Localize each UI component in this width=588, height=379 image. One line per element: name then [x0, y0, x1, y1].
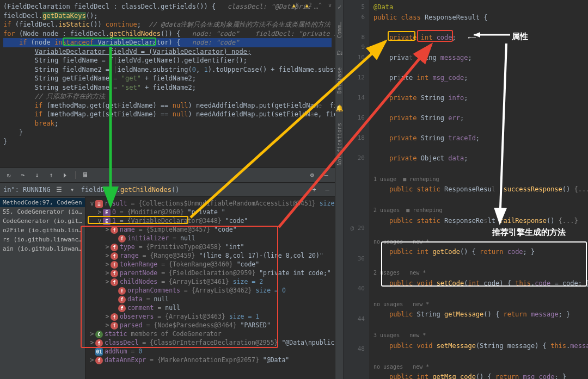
- evaluate-expression-input[interactable]: fieldDecl.getChildNodes(): [81, 186, 305, 194]
- usage-hint[interactable]: 2 usages new *: [373, 268, 588, 278]
- code-line[interactable]: for (Node node : fieldDecl.getChildNodes…: [3, 29, 332, 39]
- stack-frame[interactable]: ain (io.github.linwancen.di: [0, 244, 85, 253]
- stack-frame[interactable]: o2File (io.github.linwancen.di: [0, 226, 85, 235]
- variable-node[interactable]: vE1 = {VariableDeclarator@3448} "code": [89, 216, 332, 225]
- code-line[interactable]: privat​ ​tring message;: [373, 53, 588, 63]
- variable-node[interactable]: >fchildNodes = {ArrayList@3461} size = 2: [89, 277, 332, 286]
- evaluate-icon[interactable]: 🖩: [81, 171, 90, 179]
- add-watch-icon[interactable]: +: [310, 185, 318, 194]
- variable-node[interactable]: finitializer = null: [89, 234, 332, 243]
- variable-node[interactable]: >fparsed = {Node$Parsedness@3464} "PARSE…: [89, 321, 332, 330]
- code-line[interactable]: [373, 22, 588, 33]
- variable-node[interactable]: v≡result = {Collections$UnmodifiableRand…: [89, 199, 332, 208]
- step-into-icon[interactable]: ↓: [33, 171, 41, 179]
- variable-node[interactable]: >fobservers = {ArrayList@3463} size = 1: [89, 312, 332, 321]
- code-line[interactable]: [373, 103, 588, 113]
- variable-node[interactable]: fdata = null: [89, 295, 332, 303]
- notifications-icon[interactable]: 🔔: [335, 104, 344, 112]
- code-line[interactable]: private String info;: [373, 93, 588, 103]
- code-line[interactable]: String getFieldName = "get" + fieldName2…: [3, 74, 332, 83]
- variable-node[interactable]: >ftokenRange = {TokenRange@3460} "code": [89, 260, 332, 269]
- usage-hint[interactable]: no usages new *: [373, 300, 588, 310]
- code-line[interactable]: [3, 146, 332, 155]
- gutter[interactable]: 56 8910 12 14 16 18 20 @ 29 36 40 44 48: [344, 0, 369, 379]
- code-line[interactable]: public static ResponseResul successRespo…: [373, 184, 588, 195]
- usage-hint[interactable]: no usages new *: [373, 362, 588, 372]
- code-line[interactable]: if (fieldDecl.isStatic()) continue; // @…: [3, 20, 332, 29]
- code-line[interactable]: [373, 320, 588, 330]
- code-line[interactable]: if (methodMap.get(getFieldName) == null)…: [3, 101, 332, 110]
- variable-node[interactable]: >ftype = {PrimitiveType@3458} "int": [89, 243, 332, 251]
- inspection-strip[interactable]: ▲8 ▲2 ^ v: [289, 1, 332, 10]
- variable-node[interactable]: forphanComments = {ArrayList@3462} size …: [89, 286, 332, 295]
- code-line[interactable]: public void setCode(int code) { this.cod…: [373, 278, 588, 289]
- code-line[interactable]: [373, 351, 588, 361]
- code-line[interactable]: public class ResponseResult {: [373, 13, 588, 23]
- stack-frame[interactable]: rs (io.github.linwancen.di: [0, 235, 85, 244]
- code-line[interactable]: [373, 42, 588, 53]
- code-editor-right[interactable]: @Datapublic class ResponseResult { priva…: [369, 0, 588, 379]
- variable-node[interactable]: >fname = {SimpleName@3457} "code": [89, 225, 332, 234]
- variable-node[interactable]: >Cstatic members of CodeGenerator: [89, 330, 332, 338]
- code-line[interactable]: [373, 123, 588, 133]
- code-line[interactable]: // 只添加不存在的方法: [3, 92, 332, 101]
- step-out-icon[interactable]: ↑: [47, 171, 56, 179]
- usage-hint[interactable]: 3 usages new *: [373, 331, 588, 341]
- frames-panel[interactable]: MethodCode:97, CodeGen55, CodeGenerator …: [0, 197, 85, 379]
- code-line[interactable]: if (node instanceof VariableDeclarator) …: [3, 38, 332, 47]
- code-line[interactable]: [373, 226, 588, 236]
- code-line[interactable]: fieldDecl.getDataKeys();: [3, 11, 332, 21]
- tool-tab-commit[interactable]: Comm…: [336, 22, 342, 38]
- code-line[interactable]: [373, 257, 588, 268]
- rerun-icon[interactable]: ↻: [4, 171, 13, 179]
- code-line[interactable]: (FieldDeclaration fieldDecl : classDecl.…: [3, 2, 332, 11]
- stack-frame[interactable]: MethodCode:97, CodeGen: [0, 198, 85, 207]
- run-to-cursor-icon[interactable]: ⏵: [61, 171, 70, 179]
- variable-node[interactable]: 01addNum = 0: [89, 347, 332, 356]
- variable-node[interactable]: fcomment = null: [89, 303, 332, 312]
- stack-frame[interactable]: 55, CodeGenerator (io.gi: [0, 207, 85, 216]
- code-line[interactable]: private String err;: [373, 113, 588, 123]
- filter-icon[interactable]: ☰: [55, 185, 64, 194]
- step-over-icon[interactable]: ↷: [19, 171, 27, 179]
- code-line[interactable]: public String getMessage() { return mess…: [373, 309, 588, 320]
- code-line[interactable]: public int getMsq_code() { return msq_co…: [373, 372, 588, 379]
- tool-tab-database[interactable]: Database: [336, 67, 342, 94]
- stack-frame[interactable]: CodeGenerator (io.githu: [0, 216, 85, 226]
- usage-hint[interactable]: no usages new *: [373, 237, 588, 247]
- variables-panel[interactable]: v≡result = {Collections$UnmodifiableRand…: [85, 197, 335, 379]
- code-line[interactable]: priate int msg_code;: [373, 73, 588, 83]
- code-line[interactable]: public static ResponseReslt failResponse…: [373, 216, 588, 226]
- code-line[interactable]: private int code; ←—: [373, 33, 588, 43]
- commit-icon[interactable]: ✓: [338, 3, 341, 11]
- code-line[interactable]: private String traceId;: [373, 133, 588, 144]
- code-line[interactable]: }: [3, 137, 332, 146]
- code-line[interactable]: }: [3, 128, 332, 137]
- settings-icon[interactable]: ⚙: [308, 171, 316, 179]
- code-line[interactable]: if (methodMap.get(setFieldName) == null)…: [3, 110, 332, 119]
- variable-node[interactable]: >E0 = {Modifier@2960} "private ": [89, 208, 332, 216]
- variable-node[interactable]: >frange = {Range@3459} "(line 8,col 17)-…: [89, 251, 332, 260]
- hide-icon[interactable]: —: [322, 171, 330, 179]
- code-line[interactable]: [373, 143, 588, 153]
- code-line[interactable]: break;: [3, 119, 332, 128]
- usage-hint[interactable]: 2 usages ■ renheping: [373, 206, 588, 216]
- variable-node[interactable]: >fdataAnnExpr = {MarkerAnnotationExpr@20…: [89, 356, 332, 364]
- database-icon[interactable]: 🗂: [336, 49, 343, 57]
- code-line[interactable]: [373, 163, 588, 173]
- variable-node[interactable]: >fparentNode = {FieldDeclaration@2959} "…: [89, 269, 332, 277]
- code-line[interactable]: [373, 195, 588, 205]
- tool-tab-notifications[interactable]: Notifications: [336, 123, 342, 165]
- code-line[interactable]: public void setMessage(String message) {…: [373, 341, 588, 351]
- code-line[interactable]: String fieldName2 = |ieldName.substring(…: [3, 65, 332, 74]
- code-line[interactable]: String setFieldName = "set" + fieldName2…: [3, 83, 332, 92]
- code-line[interactable]: public int getCode() { return code; }: [373, 247, 588, 257]
- usage-hint[interactable]: 1 usage ■ renheping: [373, 175, 588, 185]
- code-line[interactable]: [373, 288, 588, 299]
- variable-node[interactable]: >fclassDecl = {ClassOrInterfaceDeclarati…: [89, 338, 332, 347]
- code-line[interactable]: String fieldName = f|ieldVd.getName().ge…: [3, 56, 332, 65]
- thread-icon[interactable]: ▾: [68, 185, 77, 194]
- code-line[interactable]: [373, 63, 588, 73]
- code-line[interactable]: private Object data;: [373, 153, 588, 164]
- code-line[interactable]: @Data: [373, 2, 588, 13]
